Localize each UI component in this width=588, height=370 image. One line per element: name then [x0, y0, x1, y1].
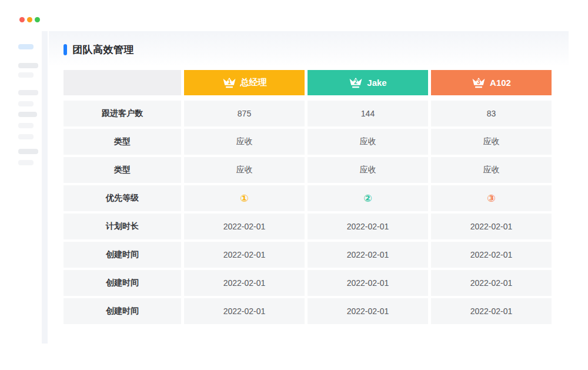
value-cell: 2022-02-01	[184, 298, 305, 324]
value-cell: 83	[431, 101, 552, 126]
value-cell: 2022-02-01	[308, 214, 428, 239]
column-badge-Jake: 2Jake	[308, 70, 428, 95]
sidebar-skeleton-bar	[18, 149, 38, 154]
row-label-cell: 优先等级	[64, 185, 181, 211]
value-cell: 2022-02-01	[308, 298, 428, 324]
row-label-cell: 创建时间	[64, 298, 181, 324]
value-cell: 应收	[184, 129, 305, 155]
value-cell: 2022-02-01	[431, 214, 552, 239]
value-cell: 2022-02-01	[308, 270, 428, 296]
value-cell: 应收	[308, 129, 428, 155]
value-cell: 2022-02-01	[431, 270, 552, 296]
value-cell: 144	[308, 101, 428, 126]
column-badge-label: Jake	[367, 78, 386, 88]
sidebar-skeleton-bar	[18, 63, 38, 68]
row-label-cell: 创建时间	[64, 270, 181, 296]
sidebar-skeleton-bar	[18, 160, 34, 165]
value-cell: 2022-02-01	[184, 270, 305, 296]
row-label-cell: 创建时间	[64, 242, 181, 268]
priority-rank-mark: ③	[487, 192, 495, 205]
value-cell: ①	[184, 185, 305, 211]
row-label-cell: 计划时长	[64, 214, 181, 239]
value-cell: 应收	[431, 157, 552, 183]
value-cell: 2022-02-01	[184, 242, 305, 268]
column-badge-总经理: 1总经理	[184, 70, 305, 95]
comparison-table: 1总经理2Jake3A102 跟进客户数87514483类型应收应收应收类型应收…	[64, 70, 552, 324]
window-controls	[19, 17, 40, 22]
value-cell: 2022-02-01	[184, 214, 305, 239]
svg-text:1: 1	[228, 78, 231, 85]
close-window-button[interactable]	[19, 17, 25, 22]
column-badge-label: A102	[490, 78, 511, 88]
app-window: 团队高效管理 1总经理2Jake3A102 跟进客户数87514483类型应收应…	[0, 0, 588, 370]
column-badge-label: 总经理	[240, 77, 267, 88]
crown-rank-icon: 1	[222, 77, 236, 89]
row-label-cell: 类型	[64, 129, 181, 155]
row-label-cell: 跟进客户数	[64, 101, 181, 126]
value-cell: 2022-02-01	[308, 242, 428, 268]
minimize-window-button[interactable]	[27, 17, 32, 22]
value-cell: 875	[184, 101, 305, 126]
crown-rank-icon: 3	[472, 77, 486, 89]
value-cell: 应收	[184, 157, 305, 183]
zoom-window-button[interactable]	[35, 17, 40, 22]
sidebar-skeleton-bar	[18, 44, 34, 49]
sidebar-divider	[42, 31, 48, 344]
header-empty-cell	[64, 70, 181, 95]
value-cell: 2022-02-01	[431, 298, 552, 324]
value-cell: 2022-02-01	[431, 242, 552, 268]
sidebar-skeleton-bar	[18, 72, 34, 78]
table-header-row: 1总经理2Jake3A102	[64, 70, 552, 95]
sidebar-skeleton-bar	[18, 134, 34, 139]
value-cell: 应收	[431, 129, 552, 155]
page-title-row: 团队高效管理	[64, 43, 134, 56]
priority-rank-mark: ②	[363, 192, 372, 205]
value-cell: 应收	[308, 157, 428, 183]
value-cell: ③	[431, 185, 552, 211]
priority-rank-mark: ①	[240, 192, 248, 205]
value-cell: ②	[308, 185, 428, 211]
title-accent-bar	[64, 44, 67, 55]
column-badge-A102: 3A102	[431, 70, 552, 95]
svg-text:3: 3	[477, 78, 480, 85]
sidebar-skeleton-bar	[18, 90, 38, 95]
page-title: 团队高效管理	[72, 43, 134, 56]
sidebar-skeleton-bar	[18, 112, 37, 117]
sidebar-skeleton-bar	[18, 101, 34, 106]
row-label-cell: 类型	[64, 157, 181, 183]
svg-text:2: 2	[355, 78, 358, 85]
table-body: 跟进客户数87514483类型应收应收应收类型应收应收应收优先等级①②③计划时长…	[64, 101, 552, 324]
sidebar-skeleton-bar	[18, 123, 34, 128]
crown-rank-icon: 2	[349, 77, 363, 89]
main-panel: 团队高效管理 1总经理2Jake3A102 跟进客户数87514483类型应收应…	[49, 31, 569, 344]
